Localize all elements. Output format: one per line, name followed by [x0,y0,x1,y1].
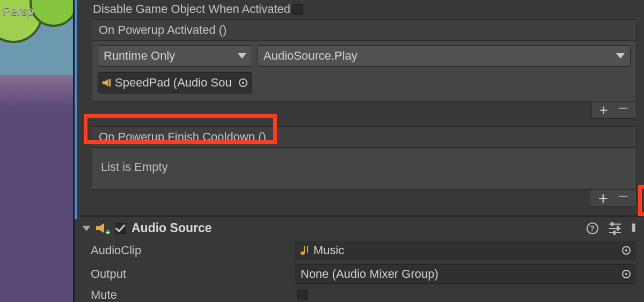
component-title: Audio Source [131,221,212,235]
output-field[interactable]: None (Audio Mixer Group) [295,264,635,284]
object-picker-icon[interactable] [622,270,631,278]
output-row: Output None (Audio Mixer Group) [80,262,642,286]
add-listener-button[interactable]: + [599,105,608,116]
disable-gameobject-checkbox[interactable] [292,4,303,15]
audioclip-icon [301,246,308,255]
runtime-mode-value: Runtime Only [104,49,175,63]
remove-listener-button[interactable]: − [618,103,628,113]
audioclip-field[interactable]: Music [295,241,635,260]
highlight-add-button [638,185,644,216]
presets-icon[interactable] [609,224,621,233]
audioclip-value: Music [313,243,344,257]
foldout-icon[interactable] [82,226,91,231]
output-value: None (Audio Mixer Group) [301,267,438,281]
inspector-panel: Disable Game Object When Activated On Po… [73,0,644,302]
mute-row: Mute [80,286,642,302]
highlight-cooldown-header [84,114,277,144]
prefab-override-stripe [75,0,77,219]
event-function-dropdown[interactable]: AudioSource.Play [258,45,631,67]
event-target-object-value: SpeedPad (Audio Sou [115,76,232,90]
help-icon[interactable]: ? [587,222,598,234]
add-listener-button[interactable]: + [598,193,608,204]
runtime-mode-dropdown[interactable]: Runtime Only [98,45,252,67]
event-empty-text: List is Empty [101,160,168,174]
audiosource-component-icon: + [96,222,110,234]
audioclip-label: AudioClip [91,243,295,257]
audioclip-row: AudioClip Music [80,239,642,262]
object-picker-icon[interactable] [239,78,247,87]
event-activated-header: On Powerup Activated () [92,19,636,41]
audiosource-component-header[interactable]: + Audio Source ? ••• [80,217,642,239]
event-target-object-field[interactable]: SpeedPad (Audio Sou [98,72,252,94]
remove-listener-button[interactable]: − [618,191,628,202]
event-activated-buttons: + − [591,102,636,119]
kebab-menu-icon[interactable]: ••• [632,224,635,232]
component-enabled-checkbox[interactable] [115,223,126,234]
event-cooldown-buttons: + − [590,190,636,207]
event-activated-body: Runtime Only AudioSource.Play SpeedPad (… [92,41,636,102]
object-picker-icon[interactable] [622,246,631,255]
viewport-ground [0,75,73,129]
audiosource-icon [103,79,111,87]
chevron-down-icon [616,53,625,59]
event-function-value: AudioSource.Play [264,49,357,63]
scene-viewport[interactable]: Persp [0,0,73,302]
mute-label: Mute [91,288,295,302]
camera-mode-label: Persp [3,4,33,18]
output-label: Output [91,267,295,281]
chevron-down-icon [238,53,246,59]
event-cooldown-body: List is Empty [92,148,636,190]
disable-gameobject-label: Disable Game Object When Activated [83,0,290,19]
mute-checkbox[interactable] [297,290,308,300]
